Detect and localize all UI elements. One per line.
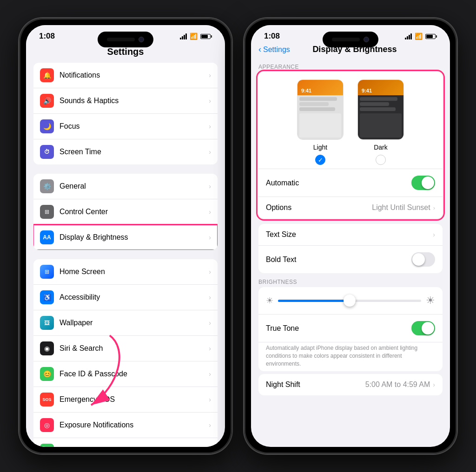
dark-preview-thumb: 9:41 <box>357 79 404 140</box>
dark-radio[interactable] <box>376 155 386 165</box>
automatic-row[interactable]: Automatic <box>258 169 443 197</box>
automatic-toggle[interactable] <box>411 176 435 190</box>
general-chevron: › <box>209 183 211 190</box>
row-face-id[interactable]: 😊 Face ID & Passcode › <box>33 361 218 387</box>
bold-text-label: Bold Text <box>266 256 411 264</box>
section-gap-2 <box>26 250 225 259</box>
dark-label: Dark <box>374 144 388 151</box>
brightness-section: BRIGHTNESS <box>258 279 443 285</box>
time-right: 1:08 <box>264 32 280 41</box>
row-sounds[interactable]: 🔊 Sounds & Haptics › <box>33 88 218 114</box>
home-screen-icon: ⊞ <box>40 265 54 279</box>
brightness-card: ☀ ☀ True Tone <box>258 287 443 371</box>
di-pill <box>107 38 135 41</box>
focus-label: Focus <box>60 122 209 131</box>
wallpaper-chevron: › <box>209 319 211 327</box>
back-button[interactable]: ‹ Settings <box>258 45 290 54</box>
options-row[interactable]: Options Light Until Sunset › <box>258 197 443 218</box>
emergency-sos-label: Emergency SOS <box>60 395 209 404</box>
battery-icon <box>200 34 212 39</box>
night-shift-chevron-icon: › <box>433 381 435 388</box>
light-time-text: 9:41 <box>301 88 311 93</box>
home-screen-label: Home Screen <box>60 268 209 276</box>
back-label: Settings <box>263 46 290 54</box>
light-label: Light <box>313 144 327 151</box>
sounds-icon: 🔊 <box>40 94 54 108</box>
bottom-spacer <box>251 398 450 412</box>
row-screen-time[interactable]: ⏱ Screen Time › <box>33 139 218 164</box>
appearance-section-label: APPEARANCE <box>258 64 443 70</box>
light-radio[interactable]: ✓ <box>315 155 325 165</box>
true-tone-row[interactable]: True Tone <box>258 314 443 342</box>
accessibility-icon: ♿ <box>40 290 54 304</box>
general-icon: ⚙️ <box>40 179 54 193</box>
control-center-chevron: › <box>209 208 211 216</box>
screen-time-label: Screen Time <box>60 148 209 156</box>
row-focus[interactable]: 🌙 Focus › <box>33 114 218 139</box>
row-battery[interactable]: 🔋 Battery › <box>33 438 218 447</box>
display-brightness-icon: AA <box>40 230 54 244</box>
true-tone-label: True Tone <box>266 324 411 333</box>
status-icons-left: 📶 <box>180 33 212 40</box>
left-phone: 1:08 📶 <box>19 18 232 454</box>
focus-icon: 🌙 <box>40 119 54 133</box>
text-size-row[interactable]: Text Size › <box>258 224 443 245</box>
dynamic-island-right <box>323 32 378 47</box>
row-siri[interactable]: ◉ Siri & Search › <box>33 336 218 361</box>
night-shift-value: 5:00 AM to 4:59 AM <box>365 380 430 389</box>
row-display-brightness[interactable]: AA Display & Brightness › <box>33 225 218 250</box>
sounds-label: Sounds & Haptics <box>60 97 209 105</box>
slider-thumb <box>344 295 356 307</box>
options-label: Options <box>266 203 372 212</box>
toggle-knob-automatic <box>422 177 434 189</box>
row-accessibility[interactable]: ♿ Accessibility › <box>33 285 218 310</box>
row-home-screen[interactable]: ⊞ Home Screen › <box>33 259 218 285</box>
settings-group-3: ⊞ Home Screen › ♿ Accessibility › <box>33 259 218 447</box>
right-phone: 1:08 📶 <box>244 18 457 454</box>
siri-icon: ◉ <box>40 341 54 355</box>
sun-small-icon: ☀ <box>266 295 273 306</box>
night-shift-label: Night Shift <box>266 380 365 389</box>
di-camera <box>139 37 144 42</box>
toggle-knob-bold <box>412 253 425 266</box>
dark-preview-item[interactable]: 9:41 Dark <box>357 79 404 165</box>
wifi-icon-right: 📶 <box>415 33 423 40</box>
screen-time-icon: ⏱ <box>40 145 54 159</box>
db-screen: APPEARANCE 9:41 <box>251 60 450 447</box>
accessibility-label: Accessibility <box>60 293 209 302</box>
row-wallpaper[interactable]: 🖼 Wallpaper › <box>33 310 218 336</box>
night-shift-row[interactable]: Night Shift 5:00 AM to 4:59 AM › <box>258 374 443 395</box>
light-content <box>298 95 343 139</box>
row-notifications[interactable]: 🔔 Notifications › <box>33 63 218 88</box>
slider-fill <box>278 300 350 302</box>
row-control-center[interactable]: ⊞ Control Center › <box>33 199 218 225</box>
bold-text-row[interactable]: Bold Text <box>258 245 443 273</box>
settings-group-1: 🔔 Notifications › 🔊 Sounds & Haptics › <box>33 63 218 164</box>
siri-label: Siri & Search <box>60 344 209 353</box>
left-phone-screen: 1:08 📶 <box>26 25 225 447</box>
true-tone-toggle[interactable] <box>411 321 435 335</box>
row-exposure[interactable]: ◎ Exposure Notifications › <box>33 413 218 438</box>
brightness-section-label: BRIGHTNESS <box>258 279 443 285</box>
row-general[interactable]: ⚙️ General › <box>33 174 218 199</box>
notifications-label: Notifications <box>60 71 209 79</box>
wallpaper-icon: 🖼 <box>40 316 54 330</box>
control-center-icon: ⊞ <box>40 205 54 219</box>
wallpaper-label: Wallpaper <box>60 319 209 327</box>
bold-text-toggle[interactable] <box>411 252 435 267</box>
exposure-icon: ◎ <box>40 418 54 432</box>
settings-group-2: ⚙️ General › ⊞ Control Center › <box>33 174 218 250</box>
face-id-icon: 😊 <box>40 367 54 381</box>
light-preview-item[interactable]: 9:41 Light ✓ <box>297 79 344 165</box>
row-emergency-sos[interactable]: SOS Emergency SOS › <box>33 387 218 413</box>
battery-row-icon: 🔋 <box>40 444 54 447</box>
right-phone-screen: 1:08 📶 <box>251 25 450 447</box>
appearance-previews: 9:41 Light ✓ <box>258 72 443 169</box>
dark-time-text: 9:41 <box>362 88 372 93</box>
focus-chevron: › <box>209 123 211 130</box>
emergency-sos-chevron: › <box>209 396 211 403</box>
brightness-slider[interactable] <box>278 300 421 302</box>
battery-label: Battery <box>60 446 209 447</box>
toggle-knob-true-tone <box>422 322 434 334</box>
notifications-icon: 🔔 <box>40 68 54 82</box>
